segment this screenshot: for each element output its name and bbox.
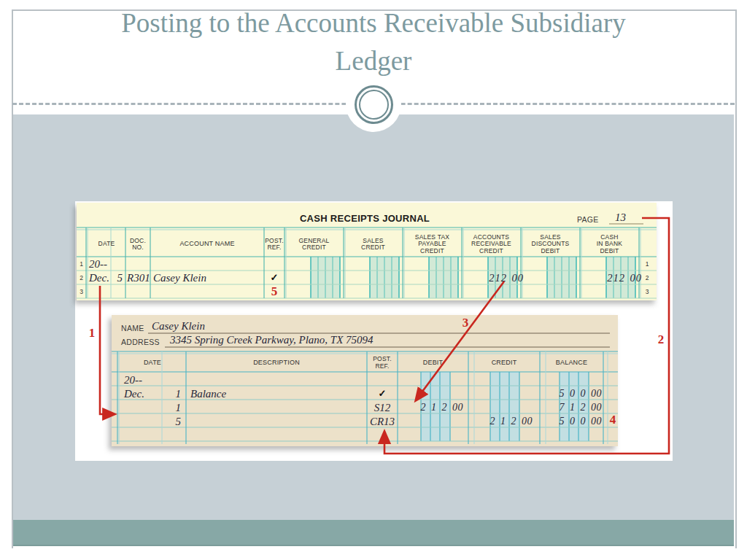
divider-circle-inner-ring <box>359 90 389 120</box>
journal-col-general-credit: GENERAL CREDIT <box>285 232 344 257</box>
posting-step-4-label: 4 <box>607 413 619 427</box>
posting-step-1-label: 1 <box>86 327 98 340</box>
journal-page-number: 13 <box>615 211 626 224</box>
journal-row-number-right: 3 <box>639 285 655 298</box>
ledger-row-post-ref: S12 <box>367 401 398 414</box>
journal-col-accounts-receivable-credit: ACCOUNTS RECEIVABLE CREDIT <box>462 232 521 257</box>
ledger-row-post-ref-checkmark: ✓ <box>367 387 398 400</box>
ledger-col-debit: DEBIT <box>398 354 468 372</box>
ledger-col-date: DATE <box>119 354 186 372</box>
accounts-receivable-ledger-card: NAME Casey Klein ADDRESS 3345 Spring Cre… <box>112 315 618 446</box>
page-title-line1: Posting to the Accounts Receivable Subsi… <box>0 4 747 42</box>
journal-entry-doc-no: R301 <box>127 271 150 284</box>
journal-entry-account-name: Casey Klein <box>153 271 206 284</box>
posting-step-5-label: 5 <box>268 285 280 298</box>
journal-col-date: DATE <box>88 232 125 257</box>
journal-page-label: PAGE <box>577 215 599 224</box>
ledger-row-balance-amount: 7 1 2 00 <box>549 401 602 414</box>
journal-row-number-left: 1 <box>77 257 86 271</box>
journal-col-account-name: ACCOUNT NAME <box>150 232 264 257</box>
journal-year: 20-- <box>89 257 107 271</box>
page-title: Posting to the Accounts Receivable Subsi… <box>0 4 747 80</box>
ledger-row-day: 1 <box>162 387 181 400</box>
ledger-name-label: NAME <box>121 324 144 332</box>
ledger-row-post-ref: CR13 <box>367 415 398 428</box>
journal-col-cash-in-bank-debit: CASH IN BANK DEBIT <box>580 232 639 257</box>
page-title-line2: Ledger <box>0 42 747 80</box>
journal-col-doc-no: DOC. NO. <box>125 232 150 257</box>
posting-step-3-label: 3 <box>460 316 471 330</box>
ledger-col-credit: CREDIT <box>468 354 540 372</box>
journal-col-sales-discounts-debit: SALES DISCOUNTS DEBIT <box>521 232 580 257</box>
journal-entry-post-ref-checkmark: ✓ <box>264 271 285 284</box>
ledger-row-credit-amount: 2 1 2 00 <box>480 415 533 428</box>
journal-entry-day: 5 <box>109 271 123 284</box>
ledger-col-description: DESCRIPTION <box>186 354 367 372</box>
ledger-name-value: Casey Klein <box>152 319 205 332</box>
journal-col-sales-tax-payable-credit: SALES TAX PAYABLE CREDIT <box>403 232 462 257</box>
posting-step-2-label: 2 <box>655 333 667 346</box>
ledger-row-balance-amount: 5 0 0 00 <box>549 387 602 400</box>
journal-row-number-left: 3 <box>77 285 86 298</box>
ledger-col-balance: BALANCE <box>540 354 603 372</box>
ledger-row-month: Dec. <box>124 387 144 400</box>
journal-col-post-ref: POST. REF. <box>264 232 285 257</box>
journal-row-number-left: 2 <box>77 271 86 284</box>
journal-entry-cash-debit-amount: 212 00 <box>581 271 642 284</box>
journal-entry-ar-credit-amount: 212 00 <box>462 271 524 284</box>
ledger-address-label: ADDRESS <box>121 338 160 346</box>
journal-title: CASH RECEIPTS JOURNAL <box>222 213 507 224</box>
ledger-row-description: Balance <box>190 387 226 400</box>
journal-col-sales-credit: SALES CREDIT <box>344 232 403 257</box>
ledger-row-day: 5 <box>162 415 181 428</box>
ledger-row-debit-amount: 2 1 2 00 <box>411 401 463 414</box>
cash-receipts-journal: CASH RECEIPTS JOURNAL PAGE 13 DATE DOC. … <box>77 203 657 300</box>
journal-row-number-right: 1 <box>639 257 655 271</box>
slide: Posting to the Accounts Receivable Subsi… <box>0 0 747 560</box>
ledger-year: 20-- <box>124 373 142 386</box>
ledger-col-post-ref: POST. REF. <box>367 354 398 372</box>
ledger-address-value: 3345 Spring Creek Parkway, Plano, TX 750… <box>170 333 374 346</box>
ledger-row-day: 1 <box>162 401 181 414</box>
journal-entry-month: Dec. <box>89 271 109 284</box>
ledger-row-balance-amount: 5 0 0 00 <box>549 415 602 428</box>
